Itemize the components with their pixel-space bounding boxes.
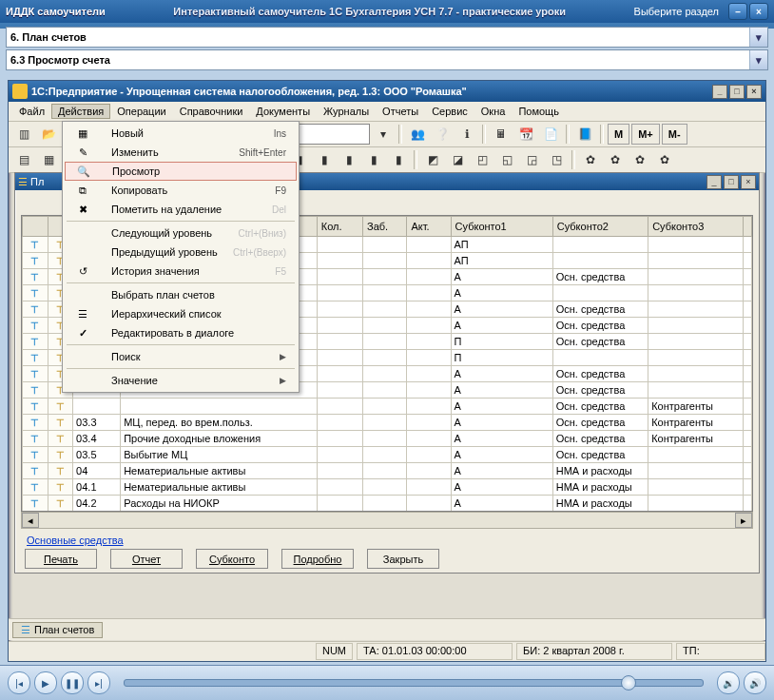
section-dropdown[interactable]: 6.3 Просмотр счета ▾ <box>6 49 768 70</box>
tb2-q[interactable]: ◪ <box>446 148 469 171</box>
tb-arrow-down[interactable]: ▾ <box>372 123 395 146</box>
tb-info[interactable]: ℹ <box>455 123 478 146</box>
mem-mplus[interactable]: M+ <box>631 124 660 145</box>
menu-item-поиск[interactable]: Поиск▶ <box>65 347 297 366</box>
menu-service[interactable]: Сервис <box>425 104 474 119</box>
player-pause[interactable]: ❚❚ <box>61 671 84 694</box>
player-prev[interactable]: |◂ <box>8 671 30 694</box>
status-ta: ТА: 01.01.03 00:00:00 <box>357 643 513 660</box>
tb2-t[interactable]: ◲ <box>520 148 543 171</box>
table-row[interactable]: ⊤⊤04.1Нематериальные активыАНМА и расход… <box>23 479 752 496</box>
tb2-p[interactable]: ◩ <box>421 148 444 171</box>
table-row[interactable]: ⊤⊤03.5Выбытие МЦАОсн. средства <box>23 447 752 463</box>
scroll-right[interactable]: ▸ <box>735 513 752 528</box>
tb-book[interactable]: 📘 <box>573 123 596 146</box>
tb2-y[interactable]: ✿ <box>653 148 676 171</box>
table-row[interactable]: ⊤⊤03.3МЦ, перед. во врем.польз.АОсн. сре… <box>23 415 752 431</box>
doc-minimize[interactable]: _ <box>706 175 722 189</box>
tb-doc[interactable]: 📄 <box>539 123 562 146</box>
tb2-s[interactable]: ◱ <box>495 148 518 171</box>
menubar: Файл Действия Операции Справочники Докум… <box>9 102 765 122</box>
table-row[interactable]: ⊤⊤03.4Прочие доходные вложенияАОсн. сред… <box>23 431 752 447</box>
menu-item-иерархический-список[interactable]: ☰Иерархический список <box>65 304 297 323</box>
menu-file[interactable]: Файл <box>12 104 51 119</box>
tb-new[interactable]: ▥ <box>12 123 35 146</box>
app-icon <box>12 84 28 99</box>
mem-mminus[interactable]: M- <box>662 124 687 145</box>
btn-print[interactable]: Печать <box>25 549 97 569</box>
status-bi: БИ: 2 квартал 2008 г. <box>516 643 672 660</box>
player-slider[interactable] <box>124 679 704 687</box>
menu-refs[interactable]: Справочники <box>173 104 250 119</box>
player-vol-up[interactable]: 🔊 <box>744 671 766 694</box>
footer-buttons: Печать Отчет Субконто Подробно Закрыть <box>25 549 439 569</box>
tb2-w[interactable]: ✿ <box>604 148 627 171</box>
tb2-b[interactable]: ▦ <box>37 148 60 171</box>
tb2-x[interactable]: ✿ <box>629 148 651 171</box>
inner-close-button[interactable]: × <box>746 85 762 99</box>
menu-item-выбрать-план-счетов: Выбрать план счетов <box>65 285 297 304</box>
menu-journals[interactable]: Журналы <box>317 104 376 119</box>
inner-taskbar: ☰ План счетов <box>9 618 765 640</box>
menu-item-изменить[interactable]: ✎ИзменитьShift+Enter <box>65 143 297 162</box>
player-next[interactable]: ▸| <box>87 671 110 694</box>
doc-maximize[interactable]: □ <box>724 175 739 189</box>
tb2-n[interactable]: ▮ <box>362 148 385 171</box>
menu-item-копировать[interactable]: ⧉КопироватьF9 <box>65 181 297 200</box>
player-vol-down[interactable]: 🔉 <box>717 671 740 694</box>
tb2-r[interactable]: ◰ <box>471 148 493 171</box>
tb-help[interactable]: ❔ <box>431 123 454 146</box>
inner-maximize-button[interactable]: □ <box>729 85 745 99</box>
chevron-down-icon: ▾ <box>749 50 767 69</box>
menu-item-просмотр[interactable]: 🔍Просмотр <box>65 162 297 181</box>
player-play[interactable]: ▶ <box>34 671 57 694</box>
table-row[interactable]: ⊤⊤04Нематериальные активыАНМА и расходы <box>23 463 752 479</box>
menu-actions[interactable]: Действия <box>51 104 110 119</box>
menu-item-значение[interactable]: Значение▶ <box>65 371 297 390</box>
task-tab-plan-schetov[interactable]: ☰ План счетов <box>12 622 103 638</box>
tb2-u[interactable]: ◳ <box>545 148 568 171</box>
tb2-m[interactable]: ▮ <box>338 148 360 171</box>
table-row[interactable]: ⊤⊤АОсн. средстваКонтрагенты <box>23 399 752 415</box>
link-osnovnye-sredstva[interactable]: Основные средства <box>27 535 124 546</box>
menu-windows[interactable]: Окна <box>474 104 513 119</box>
tb-calc[interactable]: 🖩 <box>490 123 513 146</box>
tb-users[interactable]: 👥 <box>406 123 429 146</box>
tb-date[interactable]: 📆 <box>514 123 537 146</box>
chapter-dropdown[interactable]: 6. План счетов ▾ <box>6 27 768 48</box>
menu-reports[interactable]: Отчеты <box>376 104 425 119</box>
menu-item-редактировать-в-диалоге[interactable]: ✓Редактировать в диалоге <box>65 323 297 342</box>
table-row[interactable]: ⊤⊤04.2Расходы на НИОКРАНМА и расходы <box>23 496 752 512</box>
menu-item-новый[interactable]: ▦НовыйIns <box>65 124 297 143</box>
menu-item-следующий-уровень: Следующий уровеньCtrl+(Вниз) <box>65 224 297 243</box>
menu-help[interactable]: Помощь <box>512 104 566 119</box>
chapter-value: 6. План счетов <box>10 31 87 43</box>
menu-docs[interactable]: Документы <box>249 104 317 119</box>
btn-report[interactable]: Отчет <box>110 549 183 569</box>
doc-icon: ☰ <box>18 176 28 188</box>
player-bar: |◂ ▶ ❚❚ ▸| 🔉 🔊 <box>0 665 774 700</box>
tutorial-title: Интерактивный самоучитель 1C Бухгалтерия… <box>106 6 634 17</box>
tb2-o[interactable]: ▮ <box>387 148 410 171</box>
btn-close[interactable]: Закрыть <box>367 549 439 569</box>
slider-thumb[interactable] <box>621 675 636 690</box>
btn-detail[interactable]: Подробно <box>281 549 354 569</box>
inner-minimize-button[interactable]: _ <box>712 85 727 99</box>
outer-minimize-button[interactable]: – <box>728 3 747 20</box>
horizontal-scrollbar[interactable]: ◂ ▸ <box>21 512 753 529</box>
scroll-left[interactable]: ◂ <box>22 513 39 528</box>
menu-operations[interactable]: Операции <box>110 104 172 119</box>
tb2-a[interactable]: ▤ <box>12 148 35 171</box>
tb2-l[interactable]: ▮ <box>313 148 336 171</box>
app-window: 1С:Предприятие - Упрощенная система нало… <box>8 80 766 662</box>
tb2-v[interactable]: ✿ <box>579 148 602 171</box>
mem-m[interactable]: M <box>608 124 629 145</box>
tree-icon: ☰ <box>21 624 30 636</box>
tb-open[interactable]: 📂 <box>37 123 60 146</box>
choose-section-label: Выберите раздел <box>634 6 719 17</box>
status-num: NUM <box>316 643 353 660</box>
doc-close[interactable]: × <box>741 175 756 189</box>
btn-subkonto[interactable]: Субконто <box>196 549 268 569</box>
outer-close-button[interactable]: × <box>749 3 768 20</box>
app-title: 1С:Предприятие - Упрощенная система нало… <box>31 86 467 97</box>
